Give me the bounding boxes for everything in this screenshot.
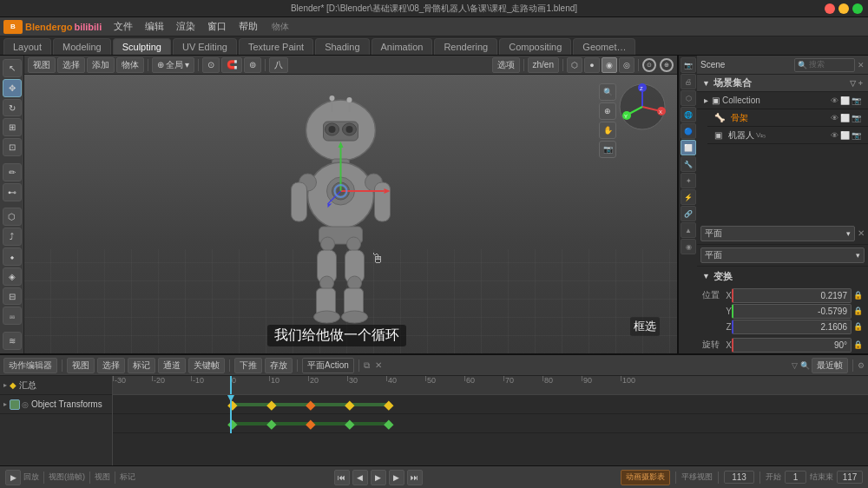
props-view-layer-btn[interactable]: ⬡	[681, 90, 696, 106]
axis-gizmo[interactable]: Z X Y	[619, 83, 667, 133]
action-name[interactable]: 平面Action	[302, 358, 354, 373]
tl-settings-icon[interactable]: ⚙	[858, 361, 865, 370]
tl-push-btn[interactable]: 下推	[234, 358, 262, 373]
tl-view-btn[interactable]: 视图	[67, 358, 95, 373]
tab-texture-paint[interactable]: Texture Paint	[239, 38, 313, 55]
viewport-vis-icon[interactable]: ⬜	[840, 96, 850, 105]
props-physics-btn[interactable]: ⚡	[681, 189, 696, 205]
plane-dropdown-2[interactable]: 平面 ▾	[700, 247, 865, 263]
tab-animation[interactable]: Animation	[372, 38, 433, 55]
visibility-icon[interactable]: 👁	[831, 96, 838, 105]
tl-range-btn[interactable]: 最近帧	[812, 358, 848, 373]
vis-icon2[interactable]: 👁	[831, 131, 838, 140]
gizmo-btn[interactable]: ⊕	[660, 58, 674, 72]
plane-close-icon[interactable]: ✕	[858, 226, 865, 241]
pos-z-lock[interactable]: 🔒	[853, 322, 863, 331]
camera-icon[interactable]: 📷	[599, 141, 616, 158]
close-panel-icon[interactable]: ✕	[858, 61, 865, 69]
tool-move[interactable]: ✥	[3, 79, 22, 97]
tl-keyframe-btn[interactable]: 关键帧	[188, 358, 225, 373]
props-material-btn[interactable]: ◉	[681, 239, 696, 254]
start-frame-input[interactable]	[785, 471, 806, 484]
tl-action-editor-btn[interactable]: 动作编辑器	[3, 358, 57, 373]
props-world-btn[interactable]: 🔵	[681, 123, 696, 139]
scene-collection-header[interactable]: ▼ 场景集合 ▽ +	[697, 75, 868, 92]
animation-mode-btn[interactable]: 动画摄影表	[621, 470, 670, 485]
max-btn[interactable]	[852, 3, 863, 14]
play-btn[interactable]: ▶	[5, 470, 21, 485]
tab-compositing[interactable]: Compositing	[499, 38, 571, 55]
copy-action-icon[interactable]: ⧉	[364, 360, 370, 371]
tool-mesh[interactable]: ⬡	[3, 208, 22, 226]
menu-render[interactable]: 渲染	[171, 18, 201, 35]
rot-x-input[interactable]	[732, 338, 852, 353]
props-render-btn[interactable]: 📷	[681, 57, 696, 73]
next-frame-btn[interactable]: ▶	[389, 470, 404, 485]
pos-y-lock[interactable]: 🔒	[853, 307, 863, 315]
tool-loop-cut[interactable]: ⊟	[3, 287, 22, 306]
shading-material-btn[interactable]: ◉	[602, 57, 617, 73]
menu-file[interactable]: 文件	[108, 18, 138, 35]
vp-pivot-btn[interactable]: ⊙	[202, 57, 220, 73]
vp-snap-btn[interactable]: 🧲	[221, 57, 242, 73]
vp-select-btn[interactable]: 选择	[57, 57, 85, 73]
vis-icon[interactable]: 👁	[831, 114, 838, 122]
vp-icon[interactable]: ⬜	[840, 114, 850, 122]
tl-channel-btn[interactable]: 通道	[158, 358, 186, 373]
tab-layout[interactable]: Layout	[3, 38, 51, 55]
vp-add-btn[interactable]: 添加	[87, 57, 115, 73]
collection-item-armature[interactable]: 🦴 骨架 👁 ⬜ 📷	[707, 109, 868, 127]
rot-x-lock[interactable]: 🔒	[853, 340, 863, 349]
play-pause-btn[interactable]: ▶	[371, 470, 386, 485]
viewport-3d[interactable]: 视图 选择 添加 物体 ⊕ 全局 ▾ ⊙ 🧲 ⊚ 八	[24, 56, 677, 353]
hand-icon[interactable]: ✋	[599, 122, 616, 139]
close-action-icon[interactable]: ✕	[375, 360, 382, 370]
pos-z-input[interactable]	[732, 320, 852, 334]
vp-num-btn[interactable]: 八	[269, 57, 288, 73]
min-btn[interactable]	[838, 3, 849, 14]
tab-geometry[interactable]: Geomet…	[573, 38, 635, 55]
menu-edit[interactable]: 编辑	[140, 18, 169, 35]
timeline-content[interactable]: -30 -20 -10 0 10 20 30 40 50 60 70 80 90…	[113, 376, 868, 465]
props-scene-btn[interactable]: 🌐	[681, 107, 696, 122]
vp-global-btn[interactable]: ⊕ 全局 ▾	[152, 57, 194, 73]
vp-prop-btn[interactable]: ⊚	[244, 57, 261, 73]
obj-vis-check[interactable]	[10, 399, 20, 410]
tool-annotate[interactable]: ✏	[3, 163, 22, 181]
tl-marker-btn[interactable]: 标记	[128, 358, 155, 373]
pos-x-input[interactable]	[732, 288, 852, 303]
tool-transform[interactable]: ⊡	[3, 138, 22, 156]
overlays-btn[interactable]: ⊙	[642, 58, 656, 72]
menu-help[interactable]: 帮助	[233, 18, 263, 35]
tab-modeling[interactable]: Modeling	[53, 38, 111, 55]
vp-object-btn[interactable]: 物体	[116, 57, 144, 73]
filter-icon[interactable]: ▽	[850, 79, 856, 88]
search-box[interactable]: 🔍 搜索	[794, 58, 855, 72]
collection-item-robot[interactable]: ▣ 机器人 V₂₅ 👁 ⬜ 📷	[707, 127, 868, 144]
props-particles-btn[interactable]: ✦	[681, 173, 696, 188]
tool-rotate[interactable]: ↻	[3, 99, 22, 117]
pos-x-lock[interactable]: 🔒	[853, 291, 863, 300]
vp-view-btn[interactable]: 视图	[28, 57, 56, 73]
tab-uv-editing[interactable]: UV Editing	[173, 38, 237, 55]
props-object-btn[interactable]: ⬜	[681, 140, 696, 155]
props-modifiers-btn[interactable]: 🔧	[681, 156, 696, 172]
props-output-btn[interactable]: 🖨	[681, 74, 696, 89]
prev-frame-btn[interactable]: ◀	[352, 470, 368, 485]
shading-wireframe-btn[interactable]: ⬡	[567, 57, 582, 73]
jump-end-btn[interactable]: ⏭	[407, 470, 423, 485]
tab-sculpting[interactable]: Sculpting	[113, 38, 171, 55]
tool-knife[interactable]: ⎂	[3, 307, 22, 325]
collection-item-root[interactable]: ▸ ▣ Collection 👁 ⬜ 📷	[697, 92, 868, 109]
rend-icon[interactable]: 📷	[852, 114, 861, 122]
props-constraints-btn[interactable]: 🔗	[681, 206, 696, 221]
tl-stash-btn[interactable]: 存放	[265, 358, 293, 373]
close-btn[interactable]	[825, 3, 835, 14]
shading-rendered-btn[interactable]: ◎	[619, 57, 635, 73]
tool-cursor[interactable]: ↖	[3, 59, 22, 77]
pos-y-input[interactable]	[732, 304, 852, 319]
current-frame-input[interactable]	[724, 471, 754, 484]
tab-rendering[interactable]: Rendering	[434, 38, 497, 55]
summary-track-label[interactable]: ▸ ◆ 汇总	[0, 376, 112, 395]
obj-transform-label[interactable]: ▸ ◎ Object Transforms	[0, 395, 112, 414]
